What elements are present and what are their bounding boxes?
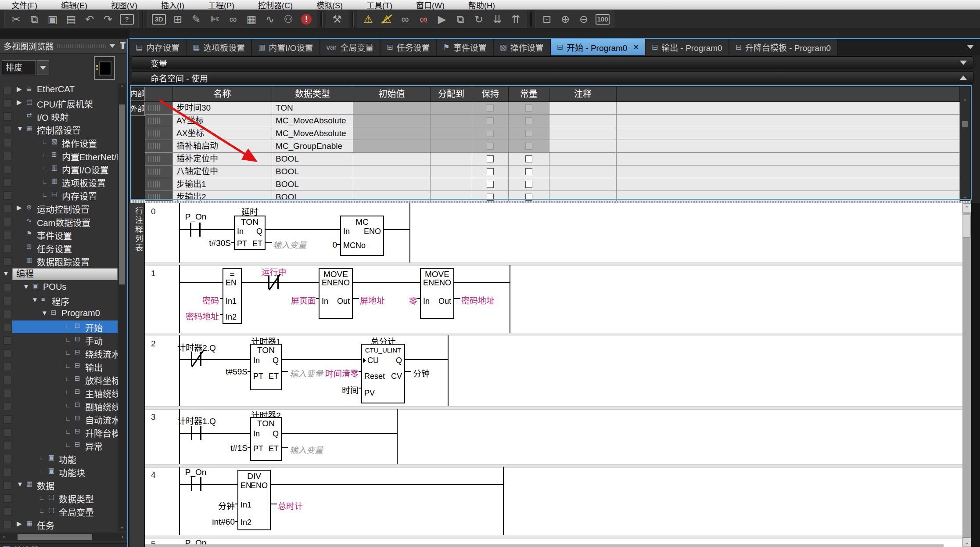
zoom-out-icon[interactable]: ⊖ [574,11,593,27]
tree-item[interactable]: ∟▣功能 [0,452,118,465]
search-icon[interactable]: ⚇ [279,11,298,27]
comment-cell[interactable] [549,153,617,165]
tree-item[interactable]: ∟▧操作设置 [0,136,118,149]
tree-item[interactable]: ▼▦数据 [0,479,118,492]
in-operand[interactable]: 屏页面 [282,294,316,306]
row-handle[interactable] [145,153,173,165]
scroll-right-icon[interactable]: › [118,533,126,541]
datatype-cell[interactable]: MC_GroupEnable [272,140,353,152]
tab-overflow-icon[interactable] [967,45,974,49]
name-cell[interactable]: AY坐标 [173,115,272,127]
chevron-down-icon[interactable] [109,44,115,48]
menu-item[interactable]: 编辑(E) [52,0,96,11]
error-list-icon[interactable]: ! [301,14,312,25]
tree-item-checkbox[interactable] [4,376,12,384]
datatype-cell[interactable]: TON [272,102,353,114]
out-operand[interactable]: 总时计 [278,500,303,511]
checkbox[interactable] [525,168,532,175]
ladder-horizontal-scrollbar[interactable] [145,544,944,547]
ladder-vertical-scrollbar[interactable]: ⌃ ⌄ [962,203,971,547]
rung-number[interactable]: 3 [151,412,156,422]
tree-item[interactable]: ⚑事件设置 [0,228,118,241]
collapse-icon[interactable] [960,61,967,65]
rung-number[interactable]: 2 [151,339,156,349]
pin-icon[interactable] [122,43,124,49]
tree-item[interactable]: ∟▢全局变量 [0,505,118,518]
scroll-left-icon[interactable]: ‹ [0,533,8,541]
tree-item[interactable]: ∟▤内存设置 [0,189,118,202]
tree-item[interactable]: ∟⊟输出 [0,360,118,373]
tree-item-checkbox[interactable] [4,494,12,503]
tree-item-checkbox[interactable] [4,389,12,397]
controller-select[interactable]: 排废 [2,60,36,75]
row-handle[interactable] [145,102,173,114]
comment-cell[interactable] [549,115,617,127]
name-cell[interactable]: 步输出2 [173,191,272,201]
chevron-expanded-icon[interactable]: ▼ [32,296,38,303]
tree-item-checkbox[interactable] [4,297,12,305]
tree-item[interactable]: ∟⊟开始 [0,320,118,334]
retain-cell[interactable] [472,178,509,191]
tree-item[interactable]: ▼⊟Program0 [0,307,118,320]
menu-item[interactable]: 文件(F) [3,0,46,11]
retain-cell[interactable] [472,153,509,165]
tree-item-checkbox[interactable] [4,349,12,358]
chevron-expanded-icon[interactable]: ▼ [17,480,23,488]
ton-function-block[interactable]: TON In Q PT ET [250,417,282,461]
monitor-glasses-icon[interactable]: ∞ [396,11,414,27]
tree-item[interactable]: ∿Cam数据设置 [0,215,118,228]
menu-item[interactable]: 插入(I) [152,0,193,11]
tree-item[interactable]: ∟⊟升降台模板 [0,426,118,439]
tree-item[interactable]: ▼≡程序 [0,294,118,307]
cut-icon[interactable]: ✂ [7,11,25,27]
scroll-thumb[interactable] [962,121,968,127]
tree-item-checkbox[interactable] [4,218,12,226]
datatype-cell[interactable]: BOOL [272,191,353,201]
in2-operand[interactable]: int#60 [201,517,235,527]
tree-item-checkbox[interactable] [4,231,12,239]
tab-lift-template-program0[interactable]: ⊟升降台模板 - Program0 [729,39,838,55]
tab-memory-settings[interactable]: ▤内存设置 [129,39,187,55]
constant-cell[interactable] [509,153,549,165]
scroll-down-icon[interactable]: ⌄ [962,537,971,547]
checkbox[interactable] [487,194,494,201]
pt-input-value[interactable]: t#59S [213,367,248,377]
tab-builtin-io-settings[interactable]: ▥内置I/O设置 [252,39,320,55]
tree-item[interactable]: ▼▣POUs [0,281,118,294]
external-variables-tab[interactable]: 外部 [130,102,145,116]
tree-item-checkbox[interactable] [4,415,12,424]
tree-item[interactable]: ▶▦任务 [0,518,118,531]
contact-operand[interactable]: 计时器1.Q [170,414,223,426]
menu-item[interactable]: 模拟(S) [308,0,352,11]
div-function-block[interactable]: DIV EN ENO In1 In2 [237,470,271,530]
assign-cell[interactable] [431,191,472,201]
zoom-100-icon[interactable]: 100 [596,14,610,25]
zoom-in-icon[interactable]: ⊕ [556,11,574,27]
tree-horizontal-scrollbar[interactable]: ‹ › [0,533,126,541]
move-function-block[interactable]: MOVE EN ENO In Out [420,268,454,319]
tree-item[interactable]: ∟⊟副轴绕线坐标 [0,399,118,413]
menu-item[interactable]: 控制器(C) [249,0,302,11]
name-cell[interactable]: 步输出1 [173,178,272,191]
pv-operand[interactable]: 时间 [334,384,359,396]
transfer-from-controller-icon[interactable]: ⇈ [506,11,525,27]
datatype-cell[interactable]: MC_MoveAbsolute [272,115,353,127]
tree-item-checkbox[interactable] [4,428,12,437]
constant-cell[interactable] [509,102,549,114]
table-vertical-scrollbar[interactable]: ⌃ ⌄ [960,87,970,201]
rung-number[interactable]: 0 [151,207,156,216]
row-handle[interactable] [145,115,173,127]
transfer-to-controller-icon[interactable]: ⇊ [488,11,506,27]
assign-cell[interactable] [431,140,472,152]
comment-cell[interactable] [549,127,617,140]
initial-value-cell[interactable] [353,127,431,140]
assign-cell[interactable] [431,166,472,178]
help-document-icon[interactable]: ? [120,14,134,25]
initial-value-cell[interactable] [353,191,431,201]
contact-operand[interactable]: 计时器2.Q [170,341,223,353]
tree-item-checkbox[interactable] [4,481,12,489]
scroll-up-icon[interactable]: ⌃ [962,203,971,213]
checkbox[interactable] [487,168,494,175]
assign-cell[interactable] [431,115,472,127]
tree-item-checkbox[interactable] [4,455,12,463]
